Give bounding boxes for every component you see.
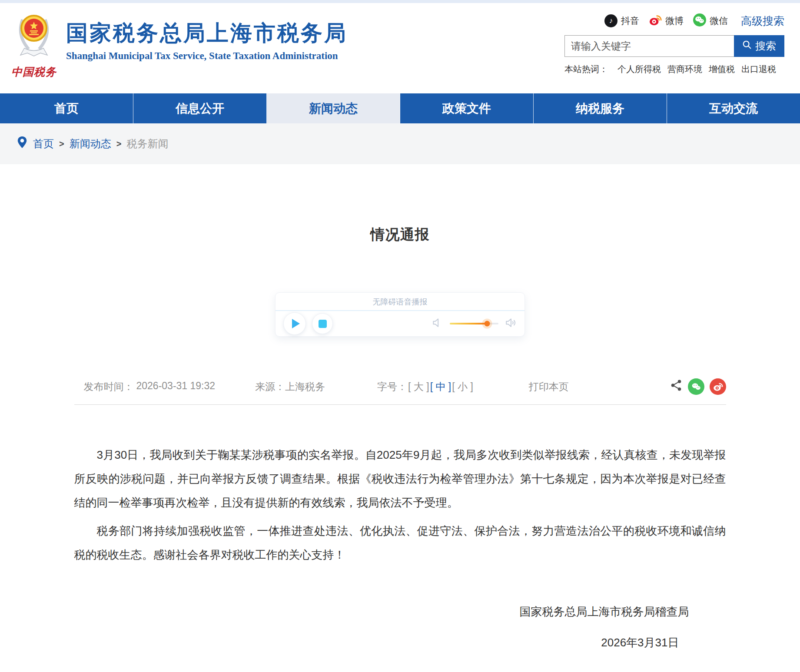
breadcrumb-separator: > (59, 139, 64, 149)
nav-item-tax-service[interactable]: 纳税服务 (534, 93, 667, 123)
font-size-control: 字号： [ 大 ] [ 中 ] [ 小 ] (377, 380, 473, 394)
social-item-weibo[interactable]: 微博 (649, 13, 684, 28)
article-body: 3月30日，我局收到关于鞠某某涉税事项的实名举报。自2025年9月起，我局多次收… (74, 443, 726, 567)
share-icons (670, 378, 726, 395)
breadcrumb: 首页 > 新闻动态 > 税务新闻 (17, 136, 168, 152)
wechat-label: 微信 (710, 15, 728, 27)
source-value: 上海税务 (285, 381, 325, 392)
hotword-link[interactable]: 营商环境 (667, 63, 702, 75)
site-title: 国家税务总局上海市税务局 (66, 21, 348, 45)
audio-player: 无障碍语音播报 (275, 292, 525, 337)
volume-high-icon (505, 317, 517, 330)
breadcrumb-current: 税务新闻 (126, 137, 168, 151)
page: 中国税务 国家税务总局上海市税务局 Shanghai Municipal Tax… (0, 0, 800, 672)
header-right: ♪ 抖音 微博 (564, 13, 784, 75)
hotword-link[interactable]: 个人所得税 (617, 63, 661, 75)
location-pin-icon (17, 136, 28, 152)
breadcrumb-separator: > (116, 139, 122, 149)
play-button[interactable] (283, 312, 306, 335)
font-size-large[interactable]: [ 大 ] (408, 380, 429, 394)
nav-item-interaction[interactable]: 互动交流 (667, 93, 800, 123)
main-nav: 首页 信息公开 新闻动态 政策文件 纳税服务 互动交流 (0, 93, 800, 123)
font-size-small[interactable]: [ 小 ] (452, 380, 473, 394)
article-paragraph: 3月30日，我局收到关于鞠某某涉税事项的实名举报。自2025年9月起，我局多次收… (74, 443, 726, 515)
logo-caption: 中国税务 (5, 65, 63, 79)
advanced-search-link[interactable]: 高级搜索 (741, 14, 784, 28)
print-page-button[interactable]: 打印本页 (529, 380, 569, 394)
nav-item-info-disclosure[interactable]: 信息公开 (133, 93, 267, 123)
breadcrumb-home[interactable]: 首页 (33, 137, 54, 151)
article-signature: 国家税务总局上海市税务局稽查局 (74, 604, 726, 619)
top-strip (0, 0, 800, 3)
hotwords-label: 本站热词： (564, 63, 608, 75)
publish-time: 发布时间： 2026-03-31 19:32 (84, 380, 216, 394)
douyin-label: 抖音 (621, 15, 639, 27)
search-button[interactable]: 搜索 (734, 35, 784, 57)
hotword-link[interactable]: 增值税 (709, 63, 735, 75)
article-meta: 发布时间： 2026-03-31 19:32 来源：上海税务 字号： [ 大 ]… (74, 378, 726, 405)
site-logo: 中国税务 (5, 9, 63, 79)
article-date: 2026年3月31日 (74, 635, 726, 650)
share-weibo-icon[interactable] (710, 378, 726, 395)
social-item-douyin[interactable]: ♪ 抖音 (604, 14, 639, 27)
audio-player-controls (276, 311, 524, 336)
social-item-wechat[interactable]: 微信 (693, 13, 728, 28)
font-size-label: 字号： (377, 380, 407, 394)
stop-button[interactable] (312, 313, 333, 334)
site-header: 中国税务 国家税务总局上海市税务局 Shanghai Municipal Tax… (0, 3, 800, 93)
share-wechat-icon[interactable] (688, 378, 704, 395)
site-subtitle: Shanghai Municipal Tax Service, State Ta… (66, 50, 348, 62)
douyin-icon: ♪ (604, 14, 617, 27)
breadcrumb-band: 首页 > 新闻动态 > 税务新闻 (0, 123, 800, 164)
hotword-link[interactable]: 出口退税 (741, 63, 776, 75)
play-icon (292, 319, 300, 328)
audio-player-title: 无障碍语音播报 (276, 293, 524, 311)
article-content: 情况通报 无障碍语音播报 (74, 164, 726, 650)
search-button-label: 搜索 (755, 39, 776, 53)
site-title-block: 国家税务总局上海市税务局 Shanghai Municipal Tax Serv… (66, 21, 348, 62)
weibo-icon (649, 13, 662, 28)
national-emblem-icon (16, 56, 52, 63)
nav-item-policy[interactable]: 政策文件 (400, 93, 534, 123)
article-paragraph: 税务部门将持续加强税收监管，一体推进查处违法、优化执法、促进守法、保护合法，努力… (74, 519, 726, 567)
article-source: 来源：上海税务 (255, 380, 325, 394)
breadcrumb-news[interactable]: 新闻动态 (70, 137, 111, 151)
search-bar: 搜索 (564, 35, 784, 57)
publish-time-label: 发布时间： (84, 380, 134, 394)
nav-item-home[interactable]: 首页 (0, 93, 133, 123)
search-input[interactable] (564, 35, 734, 57)
weibo-label: 微博 (665, 15, 684, 27)
volume-fill (450, 323, 487, 324)
social-row: ♪ 抖音 微博 (564, 13, 784, 28)
search-icon (742, 40, 752, 52)
wechat-icon (693, 13, 706, 28)
stop-icon (319, 320, 327, 328)
share-icon[interactable] (670, 379, 683, 394)
volume-low-icon (432, 317, 443, 330)
hotwords-row: 本站热词： 个人所得税 营商环境 增值税 出口退税 (564, 63, 784, 75)
nav-item-news[interactable]: 新闻动态 (267, 93, 400, 123)
article-title: 情况通报 (74, 164, 726, 245)
volume-slider[interactable] (450, 323, 498, 324)
font-size-medium[interactable]: [ 中 ] (430, 380, 451, 394)
source-label: 来源： (255, 381, 285, 392)
publish-time-value: 2026-03-31 19:32 (136, 380, 216, 394)
volume-knob[interactable] (485, 321, 490, 327)
